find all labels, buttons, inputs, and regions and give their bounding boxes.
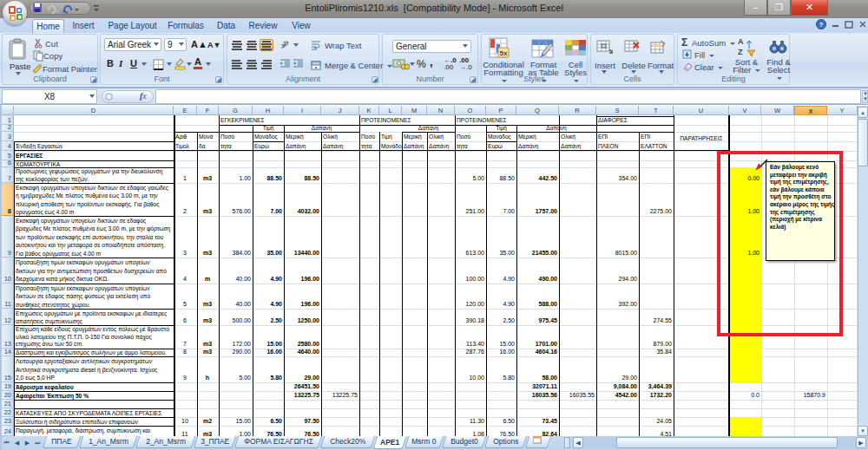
svg-text:?: ? [819, 21, 824, 29]
svg-text:Z: Z [738, 48, 743, 56]
svg-text:5x: 5x [500, 49, 508, 57]
svg-text:A: A [738, 37, 744, 46]
